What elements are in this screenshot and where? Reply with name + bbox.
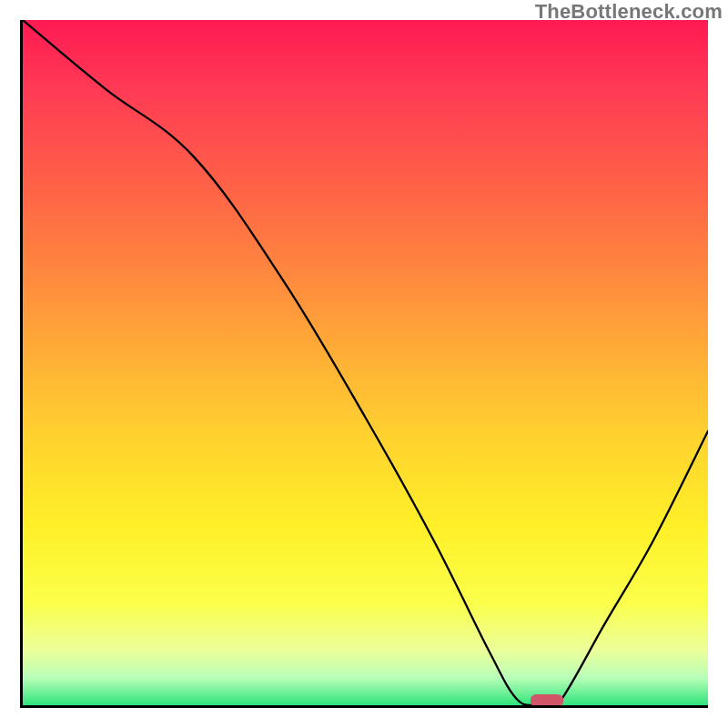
chart-svg [23, 20, 708, 705]
optimal-marker [531, 694, 563, 705]
chart-container: TheBottleneck.com [0, 0, 728, 728]
watermark-label: TheBottleneck.com [535, 0, 723, 24]
plot-area [20, 20, 708, 708]
bottleneck-curve [23, 20, 708, 705]
